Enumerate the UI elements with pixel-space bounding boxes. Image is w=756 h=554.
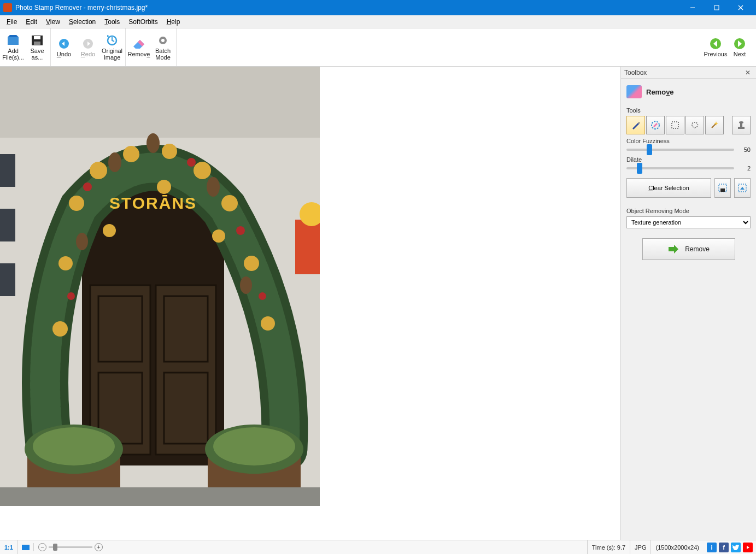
undo-icon	[57, 38, 71, 50]
menu-tools[interactable]: Tools	[100, 16, 124, 27]
toolbar-label: Add File(s)...	[2, 48, 24, 61]
clock-refresh-icon	[105, 34, 119, 46]
add-files-button[interactable]: Add File(s)...	[1, 31, 25, 64]
menubar: File Edit View Selection Tools SoftOrbit…	[0, 15, 756, 28]
zoom-slider[interactable]	[49, 546, 92, 548]
eraser-selection-icon	[650, 120, 660, 130]
toolbox-close-icon[interactable]: ✕	[743, 69, 753, 76]
statusbar: 1:1 − + Time (s): 9.7 JPG (1500x2000x24)…	[0, 540, 756, 554]
minimize-button[interactable]	[681, 0, 705, 15]
clear-selection-button[interactable]: Clear Selection	[626, 178, 711, 198]
svg-point-31	[123, 146, 139, 162]
menu-softorbits[interactable]: SoftOrbits	[124, 16, 162, 27]
svg-point-34	[221, 195, 238, 211]
status-format: JPG	[630, 540, 650, 554]
arrow-right-icon	[667, 244, 679, 254]
zoom-in-button[interactable]: +	[95, 543, 103, 551]
menu-help[interactable]: Help	[162, 16, 185, 27]
image-canvas[interactable]: STORĀNS	[0, 67, 320, 506]
gear-icon	[156, 34, 170, 46]
remove-section-title: Remove	[646, 88, 674, 96]
color-fuzziness-slider[interactable]	[626, 149, 734, 151]
fit-screen-icon	[21, 544, 30, 551]
tools-row	[626, 116, 751, 134]
titlebar: Photo Stamp Remover - merry-christmas.jp…	[0, 0, 756, 15]
svg-text:STORĀNS: STORĀNS	[109, 194, 197, 212]
toolbox-section-header: Remove	[626, 83, 751, 104]
social-links: i f	[704, 543, 756, 552]
svg-point-64	[739, 121, 743, 123]
load-selection-icon	[737, 183, 747, 193]
tool-rect-select[interactable]	[666, 116, 684, 134]
close-button[interactable]	[729, 0, 753, 15]
original-image-button[interactable]: Original Image	[100, 31, 124, 64]
tool-clone-stamp[interactable]	[732, 116, 751, 134]
svg-rect-7	[34, 42, 40, 45]
save-selection-button[interactable]	[714, 178, 731, 198]
redo-button[interactable]: Redo	[76, 31, 100, 64]
menu-view[interactable]: View	[42, 16, 65, 27]
svg-point-42	[83, 182, 92, 191]
load-selection-button[interactable]	[734, 178, 751, 198]
dilate-slider[interactable]	[626, 167, 734, 169]
workarea: STORĀNS Toolbox ✕ Remove Tools	[0, 67, 756, 540]
svg-rect-18	[0, 209, 15, 241]
save-as-button[interactable]: Save as...	[25, 31, 49, 64]
youtube-icon[interactable]	[743, 543, 753, 552]
tool-eraser-selection[interactable]	[646, 116, 665, 134]
svg-rect-6	[34, 36, 40, 39]
color-fuzziness-value: 50	[737, 146, 751, 153]
object-removing-mode-select[interactable]: Texture generation	[626, 216, 751, 228]
canvas-area[interactable]: STORĀNS	[0, 67, 620, 540]
svg-point-45	[67, 292, 75, 300]
object-removing-mode-label: Object Removing Mode	[626, 208, 751, 214]
svg-point-47	[108, 152, 121, 172]
color-fuzziness-label: Color Fuzziness	[626, 138, 751, 144]
svg-point-39	[157, 180, 171, 194]
svg-point-37	[52, 321, 68, 337]
wand-icon	[710, 120, 719, 130]
app-name: Photo Stamp Remover	[15, 4, 81, 11]
dilate-label: Dilate	[626, 156, 751, 163]
window-title: Photo Stamp Remover - merry-christmas.jp…	[15, 4, 681, 11]
menu-file[interactable]: File	[2, 16, 21, 27]
eraser-icon	[132, 38, 146, 50]
twitter-icon[interactable]	[731, 543, 741, 552]
tool-marker[interactable]	[626, 116, 645, 134]
zoom-out-button[interactable]: −	[38, 543, 46, 551]
save-selection-icon	[718, 183, 728, 193]
svg-point-30	[90, 162, 107, 179]
menu-selection[interactable]: Selection	[65, 16, 100, 27]
svg-point-58	[213, 427, 295, 465]
fit-screen-button[interactable]	[17, 540, 33, 554]
svg-point-46	[259, 292, 266, 300]
tool-free-select[interactable]	[685, 116, 704, 134]
svg-rect-68	[22, 545, 30, 550]
document-name: merry-christmas.jpg*	[87, 4, 148, 11]
zoom-control: − +	[33, 543, 107, 551]
previous-button[interactable]: Previous	[704, 31, 728, 64]
next-icon	[732, 38, 747, 50]
undo-button[interactable]: Undo	[52, 31, 76, 64]
remove-action-button[interactable]: Remove	[642, 238, 735, 260]
svg-point-36	[244, 256, 259, 271]
svg-rect-62	[738, 127, 745, 129]
remove-button[interactable]: Remove	[127, 31, 151, 64]
facebook-icon[interactable]: f	[719, 543, 729, 552]
maximize-button[interactable]	[705, 0, 729, 15]
next-button[interactable]: Next	[728, 31, 752, 64]
info-icon[interactable]: i	[707, 543, 717, 552]
svg-point-32	[162, 144, 177, 159]
svg-point-29	[69, 196, 84, 211]
toolbar-label: Next	[734, 51, 746, 57]
tool-magic-wand[interactable]	[705, 116, 724, 134]
menu-edit[interactable]: Edit	[21, 16, 42, 27]
svg-rect-19	[0, 263, 15, 296]
svg-point-43	[187, 158, 196, 167]
save-icon	[30, 34, 44, 46]
zoom-ratio[interactable]: 1:1	[0, 540, 17, 554]
toolbox-header[interactable]: Toolbox ✕	[621, 67, 756, 79]
svg-rect-1	[714, 5, 719, 10]
batch-mode-button[interactable]: Batch Mode	[151, 31, 175, 64]
svg-rect-4	[8, 37, 19, 45]
